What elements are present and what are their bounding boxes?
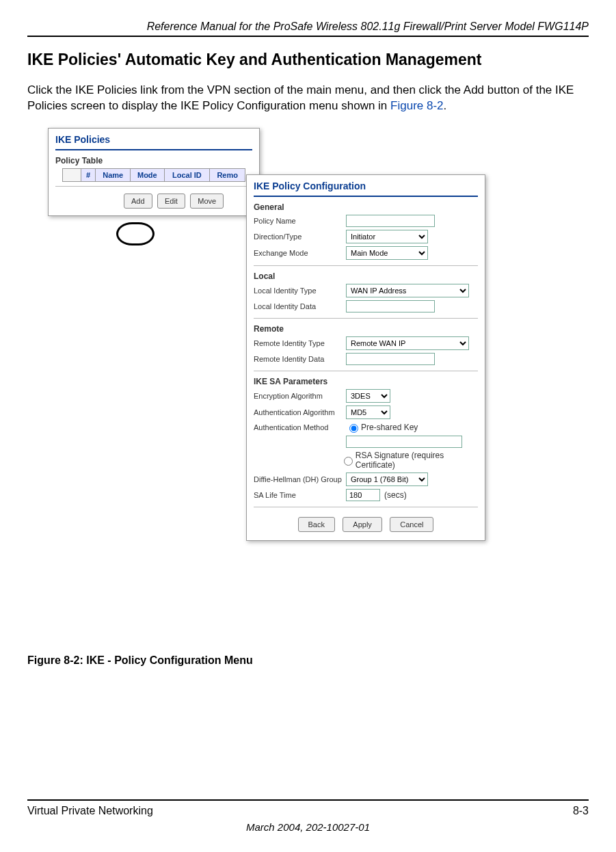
apply-button[interactable]: Apply xyxy=(343,517,382,532)
dh-select[interactable]: Group 1 (768 Bit) xyxy=(346,472,428,486)
figure-caption: Figure 8-2: IKE - Policy Configuration M… xyxy=(27,654,589,667)
col-name: Name xyxy=(96,168,131,181)
local-type-select[interactable]: WAN IP Address xyxy=(346,284,469,297)
intro-paragraph: Click the IKE Policies link from the VPN… xyxy=(27,83,589,114)
page-footer: Virtual Private Networking 8-3 March 200… xyxy=(27,799,589,833)
direction-select[interactable]: Initiator xyxy=(346,230,428,243)
ike-policies-panel: IKE Policies Policy Table # Name Mode Lo… xyxy=(48,128,260,216)
policy-table: # Name Mode Local ID Remo xyxy=(62,168,245,182)
panel-rule xyxy=(55,149,252,150)
intro-text-b: . xyxy=(444,99,447,112)
footer-left: Virtual Private Networking xyxy=(27,805,153,817)
ike-policies-title: IKE Policies xyxy=(49,129,259,148)
running-header: Reference Manual for the ProSafe Wireles… xyxy=(27,21,589,33)
remote-data-input[interactable] xyxy=(346,353,435,365)
config-title: IKE Policy Configuration xyxy=(247,175,485,194)
cancel-button[interactable]: Cancel xyxy=(390,517,433,532)
psk-radio[interactable] xyxy=(349,424,358,433)
add-highlight-annotation xyxy=(116,222,155,245)
enc-select[interactable]: 3DES xyxy=(346,389,390,403)
header-rule xyxy=(27,36,589,37)
direction-label: Direction/Type xyxy=(254,232,346,241)
col-remote: Remo xyxy=(210,168,245,181)
local-heading: Local xyxy=(254,271,478,281)
exchange-label: Exchange Mode xyxy=(254,249,346,257)
col-num: # xyxy=(81,168,96,181)
remote-type-label: Remote Identity Type xyxy=(254,339,346,347)
footer-right: 8-3 xyxy=(573,805,589,817)
authalg-select[interactable]: MD5 xyxy=(346,405,390,419)
policy-name-label: Policy Name xyxy=(254,217,346,225)
col-local: Local ID xyxy=(164,168,210,181)
policy-table-label: Policy Table xyxy=(55,156,252,165)
life-unit: (secs) xyxy=(384,490,407,500)
life-label: SA Life Time xyxy=(254,491,346,499)
rsa-label: RSA Signature (requires Certificate) xyxy=(356,451,478,470)
move-button[interactable]: Move xyxy=(190,194,224,209)
remote-data-label: Remote Identity Data xyxy=(254,355,346,363)
local-type-label: Local Identity Type xyxy=(254,287,346,295)
back-button[interactable]: Back xyxy=(298,517,335,532)
psk-label: Pre-shared Key xyxy=(361,423,418,432)
exchange-select[interactable]: Main Mode xyxy=(346,246,428,260)
authmethod-label: Authentication Method xyxy=(254,423,346,431)
local-data-label: Local Identity Data xyxy=(254,302,346,310)
add-button[interactable]: Add xyxy=(124,194,152,209)
remote-type-select[interactable]: Remote WAN IP xyxy=(346,336,469,350)
figure-area: IKE Policies Policy Table # Name Mode Lo… xyxy=(48,128,485,648)
ike-config-panel: IKE Policy Configuration General Policy … xyxy=(246,174,485,541)
panel-rule xyxy=(254,196,478,197)
enc-label: Encryption Algorithm xyxy=(254,392,346,400)
local-data-input[interactable] xyxy=(346,300,435,312)
figure-link[interactable]: Figure 8-2 xyxy=(390,99,443,112)
dh-label: Diffie-Hellman (DH) Group xyxy=(254,475,346,483)
intro-text-a: Click the IKE Policies link from the VPN… xyxy=(27,83,574,112)
policy-name-input[interactable] xyxy=(346,215,435,227)
edit-button[interactable]: Edit xyxy=(157,194,185,209)
sa-heading: IKE SA Parameters xyxy=(254,377,478,386)
remote-heading: Remote xyxy=(254,324,478,334)
footer-date: March 2004, 202-10027-01 xyxy=(27,821,589,833)
rsa-radio[interactable] xyxy=(344,457,353,466)
life-input[interactable] xyxy=(346,489,380,501)
authalg-label: Authentication Algorithm xyxy=(254,408,346,416)
col-mode: Mode xyxy=(131,168,164,181)
general-heading: General xyxy=(254,202,478,212)
psk-input[interactable] xyxy=(346,436,462,448)
section-heading: IKE Policies' Automatic Key and Authenti… xyxy=(27,51,589,69)
col-blank xyxy=(63,168,81,181)
